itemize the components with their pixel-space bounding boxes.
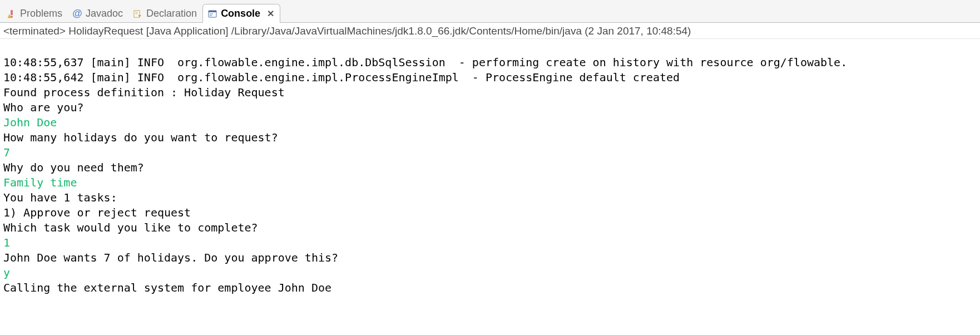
tab-label: Console: [221, 8, 260, 19]
log-line: Calling the external system for employee…: [3, 281, 331, 294]
tab-label: Javadoc: [86, 8, 123, 19]
close-icon[interactable]: ✕: [267, 8, 274, 19]
tab-label: Problems: [20, 8, 62, 19]
tab-problems[interactable]: Problems: [2, 4, 68, 22]
terminated-status: <terminated> HolidayRequest [Java Applic…: [0, 23, 980, 39]
view-tabs: Problems @ Javadoc Declaration Console: [0, 0, 980, 23]
log-line: 10:48:55,642 [main] INFO org.flowable.en…: [3, 71, 680, 84]
problems-icon: [7, 9, 17, 19]
log-line: 1) Approve or reject request: [3, 206, 191, 219]
user-input-line: 7: [3, 146, 10, 159]
log-line: You have 1 tasks:: [3, 191, 117, 204]
tab-label: Declaration: [146, 8, 197, 19]
user-input-line: Family time: [3, 176, 77, 189]
tab-console[interactable]: Console ✕: [202, 4, 280, 23]
log-line: John Doe wants 7 of holidays. Do you app…: [3, 251, 338, 264]
user-input-line: John Doe: [3, 116, 57, 129]
console-output: 10:48:55,637 [main] INFO org.flowable.en…: [0, 39, 980, 297]
at-icon: @: [72, 9, 82, 19]
user-input-line: y: [3, 266, 10, 279]
log-line: Who are you?: [3, 101, 84, 114]
log-line: How many holidays do you want to request…: [3, 131, 278, 144]
svg-rect-0: [11, 10, 13, 15]
log-line: 10:48:55,637 [main] INFO org.flowable.en…: [3, 56, 847, 69]
console-icon: [207, 9, 217, 19]
tab-javadoc[interactable]: @ Javadoc: [68, 4, 128, 22]
declaration-icon: [133, 9, 143, 19]
user-input-line: 1: [3, 236, 10, 249]
log-line: Which task would you like to complete?: [3, 221, 258, 234]
tab-declaration[interactable]: Declaration: [128, 4, 202, 22]
svg-rect-6: [209, 11, 216, 12]
log-line: Found process definition : Holiday Reque…: [3, 86, 285, 99]
log-line: Why do you need them?: [3, 161, 144, 174]
